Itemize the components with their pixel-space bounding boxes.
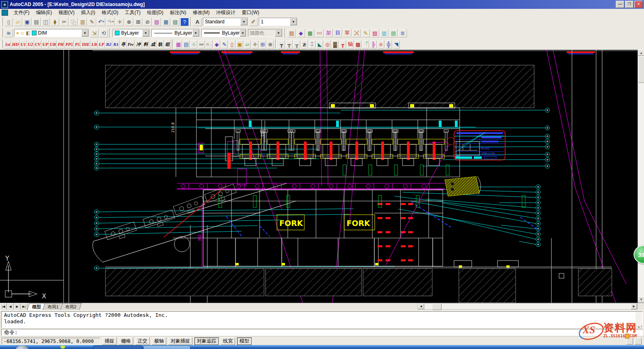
text-style-combo[interactable]: Standard ▼ (203, 18, 248, 26)
die-button-UB[interactable]: UB (49, 40, 57, 49)
drawing-file-icon[interactable] (2, 10, 8, 16)
cut-icon[interactable]: ✂ (60, 18, 68, 26)
chevron-down-icon[interactable]: ▼ (81, 29, 89, 37)
zoom-window-icon[interactable]: ⊞ (134, 18, 142, 26)
toolbar-grip[interactable] (1, 17, 3, 26)
make-layer-current-icon[interactable]: ⇲ (90, 29, 99, 37)
menu-窗口W[interactable]: 窗口(W) (239, 9, 262, 16)
paste-icon[interactable]: ▥ (78, 18, 87, 26)
page-green-icon[interactable]: ▱ (244, 40, 251, 49)
die-button-成[interactable]: 成 (149, 40, 157, 49)
die-button-1st[interactable]: 1st (4, 40, 11, 49)
match-properties-icon[interactable]: ✎ (88, 18, 96, 26)
toolbar-grip[interactable] (1, 29, 3, 37)
die-button-UP[interactable]: UP (41, 40, 49, 49)
dim-style-icon[interactable]: ✐ (249, 18, 258, 26)
die-mu-icon[interactable]: 目 (334, 29, 342, 37)
punch-6-icon[interactable]: ◣ (316, 40, 323, 49)
punch-9-icon[interactable]: ┲ (339, 40, 346, 49)
vertical-scroll-thumb[interactable] (638, 56, 644, 83)
dim-grid-icon[interactable]: ▦ (175, 40, 182, 49)
bulb-icon[interactable]: ● (16, 30, 19, 36)
die-dan-icon[interactable]: 單 (343, 29, 351, 37)
punch-4-icon[interactable]: ≵ (301, 40, 308, 49)
die-button-冲[interactable]: 冲 (135, 40, 142, 49)
menu-修改M[interactable]: 修改(M) (190, 9, 213, 16)
dim-style-combo[interactable]: 1 ▼ (259, 18, 297, 26)
new-icon[interactable]: ▯ (4, 18, 13, 26)
layer-color-swatch[interactable] (32, 31, 37, 35)
die-eraser-icon[interactable]: ◆ (297, 29, 305, 37)
menu-绘图D[interactable]: 绘图(D) (144, 9, 167, 16)
tool-b-icon[interactable]: ⊞ (259, 40, 266, 49)
properties-icon[interactable]: ▨ (153, 18, 161, 26)
status-toggle-极轴[interactable]: 极轴 (152, 337, 166, 345)
die-button-PP5[interactable]: PP5 (64, 40, 74, 49)
status-toggle-对象追踪[interactable]: 对象追踪 (194, 337, 219, 345)
horizontal-scrollbar[interactable]: ◀ ▶ (417, 303, 638, 310)
punch-11-icon[interactable]: ▩ (355, 40, 361, 49)
tab-nav-0[interactable]: |◀ (0, 303, 7, 310)
lineweight-combo[interactable]: ByLayer ▼ (201, 29, 246, 37)
redo-icon[interactable]: ↷▾ (106, 18, 115, 26)
die-layers-icon[interactable]: ≣ (398, 29, 407, 37)
status-toggle-模型[interactable]: 模型 (237, 337, 252, 345)
tab-布局2[interactable]: 布局2 (60, 303, 82, 310)
chevron-down-icon[interactable]: ▼ (142, 29, 149, 37)
die-button-P5[interactable]: P5 (74, 40, 81, 49)
die-co-icon[interactable]: CO (315, 29, 324, 37)
tray-icon[interactable] (60, 345, 65, 349)
dim-node-icon[interactable]: ⊹ (190, 40, 197, 49)
save-icon[interactable]: ▣ (23, 18, 31, 26)
punch-16-icon[interactable]: ◥ (393, 40, 400, 49)
die-pen-icon[interactable]: ✎ (361, 29, 370, 37)
drawing-canvas[interactable]: FORKFORKR=05行程=150210.8150362YX (0, 50, 638, 303)
scroll-up-icon[interactable]: ▲ (638, 50, 644, 56)
status-toggle-正交[interactable]: 正交 (135, 337, 150, 345)
scroll-down-icon[interactable]: ▼ (638, 296, 644, 302)
plot-preview-icon[interactable]: ◫ (41, 18, 50, 26)
taskbar-app-2[interactable] (143, 345, 190, 349)
punch-13-icon[interactable]: ╠ (370, 40, 377, 49)
punch-12-icon[interactable]: 『 (362, 40, 369, 49)
close-button[interactable]: ✕ (634, 1, 643, 8)
menu-标注N[interactable]: 标注(N) (167, 9, 190, 16)
die-button-LP[interactable]: LP (98, 40, 105, 49)
tab-nav-1[interactable]: ◀ (7, 303, 14, 310)
zoom-previous-icon[interactable]: ⊘ (143, 18, 152, 26)
minimize-button[interactable]: — (616, 1, 624, 8)
die-button-LB[interactable]: LB (91, 40, 98, 49)
toolbar-grip[interactable] (1, 40, 3, 49)
tab-nav-2[interactable]: ▶ (14, 303, 21, 310)
lock-icon[interactable]: ◧ (26, 30, 30, 36)
plot-icon[interactable]: ▤ (32, 18, 41, 26)
die-palette-icon[interactable]: ▨ (371, 29, 379, 37)
die-button-组[interactable]: 组 (164, 40, 171, 49)
menu-格式O[interactable]: 格式(O) (99, 9, 122, 16)
scroll-left-icon[interactable]: ◀ (418, 304, 424, 309)
punch-2-icon[interactable]: ┳ (286, 40, 293, 49)
die-list-icon[interactable]: ▤ (389, 29, 398, 37)
copy-red-icon[interactable]: ▯ (229, 40, 235, 49)
horizontal-scroll-thumb[interactable] (432, 304, 442, 310)
open-icon[interactable]: ▱ (14, 18, 22, 26)
punch-14-icon[interactable]: ≑ (378, 40, 384, 49)
dim-table-icon[interactable]: ▤ (183, 40, 190, 49)
title-bar[interactable]: a AutoCAD 2005 - [E:\Kevin_Design\2D DIE… (0, 0, 644, 9)
die-button-PH[interactable]: PH (57, 40, 64, 49)
command-history[interactable]: AutoCAD Express Tools Copyright ?2000 Au… (1, 311, 643, 328)
status-toggle-对象捕捉[interactable]: 对象捕捉 (168, 337, 192, 345)
designcenter-icon[interactable]: ▦ (162, 18, 170, 26)
status-toggle-捕捉[interactable]: 捕捉 (102, 337, 117, 345)
die-button-料[interactable]: 料 (142, 40, 149, 49)
restore-button[interactable]: ❐ (625, 1, 634, 8)
taskbar-app-1[interactable] (93, 345, 142, 349)
layer-previous-icon[interactable]: ⟲ (99, 29, 108, 37)
die-button-U1[interactable]: U1 (20, 40, 27, 49)
punch-7-icon[interactable]: ◎ (324, 40, 331, 49)
tool-a-icon[interactable]: ✛ (252, 40, 258, 49)
menu-视图V[interactable]: 视图(V) (55, 9, 78, 16)
die-button-CV[interactable]: CV (34, 40, 42, 49)
command-prompt[interactable]: 命令: (1, 329, 643, 336)
menu-冲模设计[interactable]: 冲模设计 (213, 9, 239, 16)
